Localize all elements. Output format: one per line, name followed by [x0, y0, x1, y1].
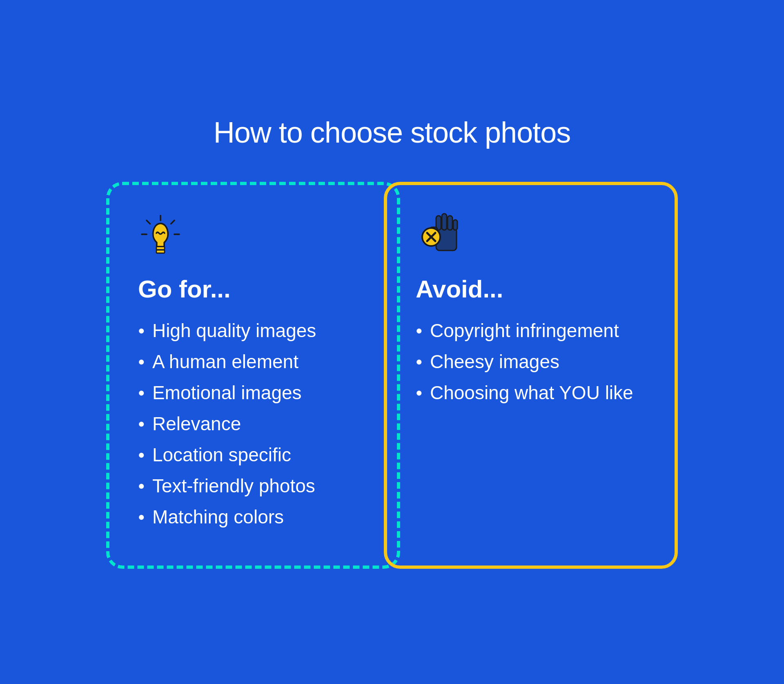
avoid-list: Copyright infringement Cheesy images Cho…	[416, 320, 646, 404]
list-item: High quality images	[138, 320, 368, 342]
list-item: Text-friendly photos	[138, 475, 368, 497]
list-item: Relevance	[138, 413, 368, 435]
list-item: Matching colors	[138, 506, 368, 528]
lightbulb-icon-container	[138, 210, 368, 263]
svg-line-2	[171, 220, 174, 224]
list-item: Location specific	[138, 444, 368, 466]
go-for-card: Go for... High quality images A human el…	[106, 182, 400, 569]
go-for-list: High quality images A human element Emot…	[138, 320, 368, 528]
lightbulb-icon	[138, 214, 183, 259]
list-item: Emotional images	[138, 382, 368, 404]
avoid-card: Avoid... Copyright infringement Cheesy i…	[384, 182, 678, 569]
avoid-heading: Avoid...	[416, 275, 646, 303]
list-item: A human element	[138, 351, 368, 373]
svg-rect-5	[156, 246, 165, 249]
svg-rect-10	[448, 216, 452, 230]
go-for-heading: Go for...	[138, 275, 368, 303]
cards-container: Go for... High quality images A human el…	[106, 182, 678, 569]
svg-rect-9	[442, 214, 447, 230]
list-item: Cheesy images	[416, 351, 646, 373]
svg-rect-6	[156, 250, 165, 253]
list-item: Choosing what YOU like	[416, 382, 646, 404]
stop-hand-icon	[416, 212, 469, 261]
page-title: How to choose stock photos	[214, 116, 571, 149]
svg-rect-11	[453, 220, 457, 230]
svg-line-1	[147, 220, 150, 224]
list-item: Copyright infringement	[416, 320, 646, 342]
stop-hand-icon-container	[416, 210, 646, 263]
